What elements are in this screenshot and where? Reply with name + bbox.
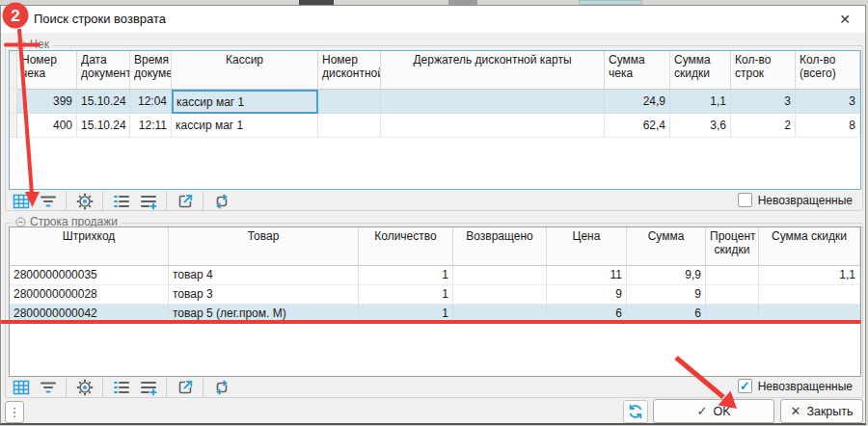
table-cell[interactable]: 9 xyxy=(547,285,627,305)
column-header[interactable]: Возвращено xyxy=(453,227,547,266)
list-add-icon[interactable] xyxy=(136,190,160,213)
more-options-button[interactable]: ⋮ xyxy=(5,401,24,423)
table-cell[interactable]: товар 3 xyxy=(169,285,359,305)
table-cell[interactable] xyxy=(706,305,759,324)
list-icon[interactable] xyxy=(109,190,133,213)
table-cell[interactable]: 6 xyxy=(547,305,627,324)
table-header-row: Номер чекаДата документаВремя докумеКасс… xyxy=(10,51,860,90)
table-cell[interactable]: 3 xyxy=(796,90,860,114)
column-header[interactable]: Номер дисконтной xyxy=(318,51,381,90)
table-cell[interactable]: 6 xyxy=(627,305,706,324)
more-dots-icon: ⋮ xyxy=(9,405,21,419)
table-cell[interactable]: 1 xyxy=(359,285,453,305)
table-cell[interactable]: 1 xyxy=(359,266,453,285)
table-cell[interactable] xyxy=(453,305,547,324)
column-header[interactable]: Держатель дисконтной карты xyxy=(381,51,605,90)
column-header[interactable]: Сумма скидки xyxy=(759,227,860,266)
table-cell[interactable]: 24,9 xyxy=(605,90,670,114)
table-cell[interactable]: 62,4 xyxy=(605,114,670,138)
table-cell[interactable] xyxy=(759,305,860,324)
table-cell[interactable]: 1,1 xyxy=(670,90,731,114)
table-row[interactable]: 2800000000035товар 41119,91,1 xyxy=(10,266,860,285)
collapse-icon[interactable] xyxy=(15,40,26,50)
grid-view-icon[interactable] xyxy=(9,190,33,213)
column-header[interactable]: Время докуме xyxy=(130,51,172,90)
close-button[interactable]: ✕ Закрыть xyxy=(780,399,863,423)
toolbar-separator xyxy=(66,192,67,211)
table-cell[interactable] xyxy=(453,266,547,285)
open-external-icon[interactable] xyxy=(173,376,197,399)
table-cell[interactable]: 1 xyxy=(359,305,453,324)
table-cell[interactable]: 3 xyxy=(731,90,796,114)
table-row[interactable]: 40015.10.2412:11кассир маг 162,43,628 xyxy=(10,114,860,138)
table-cell[interactable]: 3,6 xyxy=(670,114,731,138)
ok-button-label: OK xyxy=(713,405,730,418)
table-cell[interactable] xyxy=(381,90,605,114)
column-header[interactable]: Дата документа xyxy=(77,51,130,90)
table-cell[interactable]: 2800000000042 xyxy=(10,305,169,324)
column-header[interactable]: Номер чека xyxy=(17,51,77,90)
table-cell[interactable] xyxy=(381,114,605,138)
table-cell[interactable]: 12:11 xyxy=(130,114,172,138)
table-cell[interactable] xyxy=(706,266,759,285)
check-icon: ✓ xyxy=(697,404,708,418)
table-cell[interactable]: 399 xyxy=(17,90,77,114)
sale-lines-table[interactable]: ШтрихкодТоварКоличествоВозвращеноЦенаСум… xyxy=(9,226,861,377)
table-cell[interactable]: 1,1 xyxy=(759,266,860,285)
column-header[interactable]: Кассир xyxy=(172,51,318,90)
table-cell[interactable]: 9 xyxy=(627,285,706,305)
table-cell[interactable] xyxy=(706,285,759,305)
table-cell[interactable]: 9,9 xyxy=(627,266,706,285)
column-header[interactable]: Процент скидки xyxy=(706,227,759,266)
table-cell[interactable]: товар 5 (лег.пром. М) xyxy=(169,305,359,324)
table-header-row: ШтрихкодТоварКоличествоВозвращеноЦенаСум… xyxy=(10,227,860,266)
table-row[interactable]: 2800000000028товар 3199 xyxy=(10,285,860,305)
refresh-button[interactable] xyxy=(623,400,648,423)
table-cell[interactable]: 15.10.24 xyxy=(77,90,130,114)
table-cell[interactable] xyxy=(453,285,547,305)
column-header[interactable]: Штрихкод xyxy=(10,227,169,266)
table-cell[interactable] xyxy=(318,114,381,138)
table-row[interactable]: 2800000000042товар 5 (лег.пром. М)166 xyxy=(10,305,860,324)
column-header[interactable]: Сумма чека xyxy=(605,51,670,90)
sale-line-group: Строка продажи ШтрихкодТоварКоличествоВо… xyxy=(5,223,863,398)
table-cell[interactable]: 400 xyxy=(17,114,77,138)
table-cell[interactable] xyxy=(759,285,860,305)
column-header[interactable]: Цена xyxy=(547,227,627,266)
unreturned-checkbox[interactable]: ✓ xyxy=(738,379,752,393)
grid-view-icon[interactable] xyxy=(9,376,33,399)
repeat-icon[interactable] xyxy=(209,376,233,399)
column-header[interactable]: Кол-во строк xyxy=(731,51,796,90)
table-cell[interactable]: 15.10.24 xyxy=(77,114,130,138)
table-cell[interactable]: кассир маг 1 xyxy=(172,90,318,114)
table-cell[interactable]: кассир маг 1 xyxy=(172,114,318,138)
unreturned-filter-row: Невозвращенные xyxy=(738,193,853,207)
column-header[interactable]: Сумма xyxy=(627,227,706,266)
column-header[interactable]: Количество xyxy=(359,227,453,266)
unreturned-checkbox[interactable] xyxy=(738,193,752,207)
filter-icon[interactable] xyxy=(36,190,60,213)
checks-table[interactable]: Номер чекаДата документаВремя докумеКасс… xyxy=(9,50,861,190)
repeat-icon[interactable] xyxy=(209,190,233,213)
toolbar-separator xyxy=(102,378,103,397)
table-cell[interactable]: 2 xyxy=(731,114,796,138)
table-row[interactable]: 39915.10.2412:04кассир маг 124,91,133 xyxy=(10,90,860,114)
column-header[interactable]: Товар xyxy=(169,227,359,266)
gear-icon[interactable] xyxy=(72,376,96,399)
filter-icon[interactable] xyxy=(36,376,60,399)
table-cell[interactable]: товар 4 xyxy=(169,266,359,285)
list-icon[interactable] xyxy=(109,376,133,399)
window-close-icon[interactable]: ✕ xyxy=(830,8,859,31)
ok-button[interactable]: ✓ OK xyxy=(653,399,774,423)
table-cell[interactable]: 8 xyxy=(796,114,860,138)
column-header[interactable]: Кол-во (всего) xyxy=(796,51,860,90)
table-cell[interactable]: 12:04 xyxy=(130,90,172,114)
open-external-icon[interactable] xyxy=(173,190,197,213)
table-cell[interactable]: 11 xyxy=(547,266,627,285)
list-add-icon[interactable] xyxy=(136,376,160,399)
table-cell[interactable]: 2800000000035 xyxy=(10,266,169,285)
gear-icon[interactable] xyxy=(72,190,96,213)
column-header[interactable]: Сумма скидки xyxy=(670,51,731,90)
table-cell[interactable] xyxy=(318,90,381,114)
table-cell[interactable]: 2800000000028 xyxy=(10,285,169,305)
